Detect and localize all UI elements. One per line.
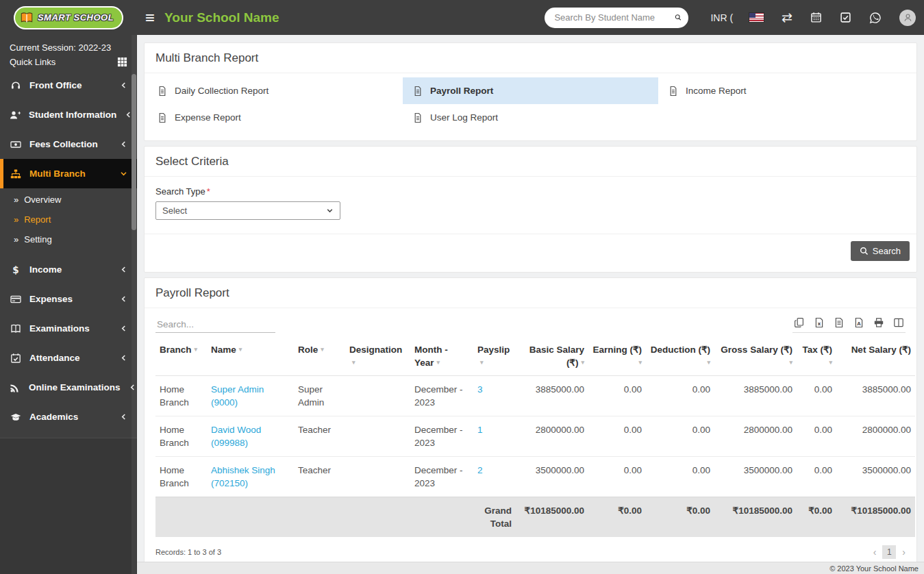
column-header-basic-salary[interactable]: Basic Salary (₹)▾ <box>516 337 588 376</box>
sidebar-subitem-label: Overview <box>24 195 61 205</box>
pagination: ‹ 1 › <box>873 545 906 559</box>
chevron-left-icon <box>120 266 127 273</box>
payslip-link[interactable]: 2 <box>477 465 483 475</box>
report-link-payroll-report[interactable]: Payroll Report <box>403 77 658 104</box>
sidebar-lower-area <box>0 438 137 574</box>
sidebar-item-income[interactable]: $Income <box>0 255 137 284</box>
cell-role: Super Admin <box>294 376 345 416</box>
module-switch-icon[interactable]: ⇄ <box>782 11 792 24</box>
grand-total-value: ₹0.00 <box>588 497 646 538</box>
table-search-input[interactable] <box>155 316 275 333</box>
chevron-left-icon <box>120 82 127 89</box>
sidebar-scrollbar-thumb[interactable] <box>132 74 136 230</box>
pagination-next-icon[interactable]: › <box>902 547 906 558</box>
copy-icon[interactable] <box>794 317 805 328</box>
cell-designation <box>345 376 410 416</box>
logo-area[interactable]: SMART SCHOOL <box>0 6 137 29</box>
sidebar-item-expenses[interactable]: Expenses <box>0 284 137 314</box>
rss-icon <box>10 382 21 393</box>
sidebar-subitem-overview[interactable]: »Overview <box>0 190 137 210</box>
search-icon <box>860 247 869 255</box>
student-search-input[interactable] <box>554 12 675 23</box>
report-links: Daily Collection ReportPayroll ReportInc… <box>145 73 916 140</box>
column-header-branch[interactable]: Branch▾ <box>155 337 207 376</box>
sidebar-item-fees-collection[interactable]: Fees Collection <box>0 129 137 159</box>
sidebar-item-lesson-plan[interactable]: Lesson Plan <box>0 432 137 438</box>
chevron-left-icon <box>120 354 127 362</box>
quick-links-grid-icon[interactable] <box>117 57 127 67</box>
sidebar-item-front-office[interactable]: Front Office <box>0 71 137 100</box>
payslip-link[interactable]: 1 <box>477 425 483 435</box>
excel-icon[interactable]: x <box>814 317 825 328</box>
print-icon[interactable] <box>873 317 884 328</box>
hamburger-menu-icon[interactable]: ≡ <box>145 10 155 26</box>
currency-selector[interactable]: INR ( <box>710 12 733 23</box>
sort-icon: ▾ <box>437 356 440 369</box>
language-flag-icon[interactable] <box>749 13 764 22</box>
sidebar-subitem-setting[interactable]: »Setting <box>0 229 137 249</box>
column-header-name[interactable]: Name▾ <box>207 337 294 376</box>
report-link-label: Payroll Report <box>430 86 493 96</box>
pdf-icon[interactable]: A <box>853 317 864 328</box>
sort-icon: ▾ <box>239 343 242 356</box>
column-header-gross-salary[interactable]: Gross Salary (₹)▾ <box>714 337 797 376</box>
sidebar-item-academics[interactable]: Academics <box>0 402 137 432</box>
angle-double-right-icon: » <box>14 214 18 225</box>
export-toolbar: xA <box>792 317 906 333</box>
cell-tax: 0.00 <box>797 376 836 416</box>
sidebar-item-online-examinations[interactable]: Online Examinations <box>0 373 137 402</box>
calendar-icon[interactable] <box>810 12 822 23</box>
sidebar-item-examinations[interactable]: Examinations <box>0 314 137 343</box>
report-link-daily-collection-report[interactable]: Daily Collection Report <box>147 77 403 104</box>
search-button[interactable]: Search <box>851 241 910 261</box>
sidebar-item-attendance[interactable]: Attendance <box>0 343 137 373</box>
cell-deduction: 0.00 <box>646 457 714 497</box>
pagination-page-1[interactable]: 1 <box>882 545 896 559</box>
column-header-payslip[interactable]: Payslip▾ <box>473 337 516 376</box>
column-header-tax[interactable]: Tax (₹)▾ <box>797 337 836 376</box>
column-header-role[interactable]: Role▾ <box>294 337 345 376</box>
payroll-report-title: Payroll Report <box>145 278 916 308</box>
report-link-user-log-report[interactable]: User Log Report <box>403 104 658 131</box>
sidebar-item-label: Examinations <box>29 323 112 334</box>
name-link[interactable]: Abhishek Singh (702150) <box>211 465 275 488</box>
report-link-income-report[interactable]: Income Report <box>658 77 914 104</box>
payslip-link[interactable]: 3 <box>477 384 483 395</box>
cell-designation <box>345 457 410 497</box>
book-logo-icon <box>19 12 34 24</box>
column-header-deduction[interactable]: Deduction (₹)▾ <box>646 337 714 376</box>
column-header-month-year[interactable]: Month - Year▾ <box>410 337 473 376</box>
search-icon[interactable] <box>675 12 682 23</box>
todo-check-icon[interactable] <box>840 12 851 23</box>
cell-name: David Wood (099988) <box>207 416 294 457</box>
cell-deduction: 0.00 <box>646 376 714 416</box>
cell-month-year: December - 2023 <box>410 376 473 416</box>
whatsapp-icon[interactable] <box>869 12 882 24</box>
sidebar-item-label: Expenses <box>29 294 112 304</box>
grand-total-value: ₹10185000.00 <box>836 497 915 538</box>
sort-icon: ▾ <box>581 356 584 369</box>
user-avatar[interactable] <box>899 10 916 26</box>
name-link[interactable]: Super Admin (9000) <box>211 384 264 408</box>
columns-icon[interactable] <box>893 317 904 328</box>
smart-school-logo: SMART SCHOOL <box>14 6 123 29</box>
name-link[interactable]: David Wood (099988) <box>211 425 261 448</box>
pagination-prev-icon[interactable]: ‹ <box>873 547 877 558</box>
sidebar-item-student-information[interactable]: Student Information <box>0 100 137 129</box>
column-header-net-salary[interactable]: Net Salary (₹) <box>836 337 915 376</box>
column-header-earning[interactable]: Earning (₹)▾ <box>588 337 646 376</box>
search-type-select[interactable]: Select <box>155 201 340 220</box>
sidebar-item-multi-branch[interactable]: Multi Branch <box>0 159 137 188</box>
sidebar-scroll-area: Current Session: 2022-23 Quick Links Fro… <box>0 35 137 438</box>
multi-branch-report-title: Multi Branch Report <box>145 43 916 73</box>
report-link-label: User Log Report <box>430 112 498 123</box>
cell-designation <box>345 416 410 457</box>
payroll-table-head: Branch▾Name▾Role▾Designation▾Month - Yea… <box>155 337 915 376</box>
csv-icon[interactable] <box>834 317 845 328</box>
select-criteria-card: Select Criteria Search Type* Select <box>144 146 917 273</box>
sidebar-subitem-report[interactable]: »Report <box>0 210 137 229</box>
angle-double-right-icon: » <box>14 195 18 205</box>
credit-card-icon <box>10 294 21 305</box>
report-link-expense-report[interactable]: Expense Report <box>147 104 403 131</box>
column-header-designation[interactable]: Designation▾ <box>345 337 410 376</box>
